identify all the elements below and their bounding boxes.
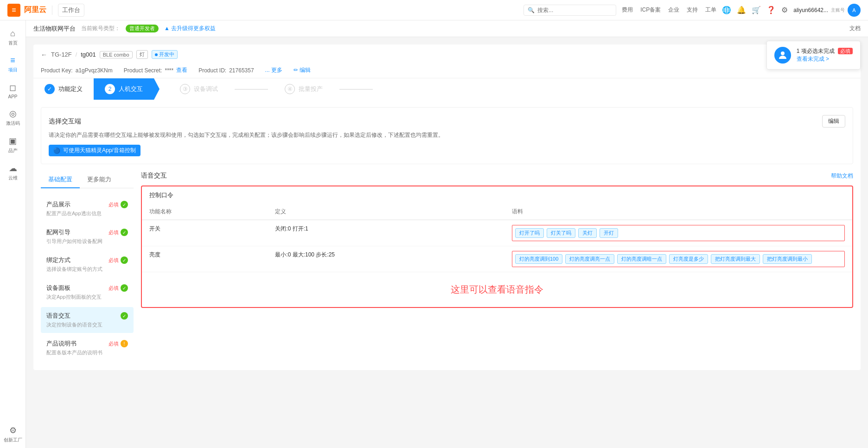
- doc-link-voice[interactable]: 帮助文档: [831, 172, 853, 180]
- bell-icon[interactable]: 🔔: [737, 6, 746, 14]
- home-icon: ⌂: [10, 29, 15, 38]
- nav-link-support[interactable]: 支持: [687, 6, 698, 14]
- nav-link-fee[interactable]: 费用: [622, 6, 633, 14]
- breadcrumb-sep: /: [76, 51, 77, 58]
- annotation-text: 这里可以查看语音指令: [142, 272, 852, 307]
- step-2-num: 2: [105, 84, 115, 94]
- cart-icon[interactable]: 🛒: [752, 6, 761, 14]
- nav-link-ticket[interactable]: 工单: [705, 6, 716, 14]
- sidebar-item-activation[interactable]: ◎ 激活码: [0, 104, 26, 131]
- globe-icon[interactable]: 🌐: [722, 6, 731, 14]
- ctrl-cmd-title: 控制口令: [142, 186, 852, 204]
- cell-brightness-name: 亮度: [142, 246, 268, 272]
- menu-badges-4: ✓: [121, 312, 128, 320]
- sidebar-item-factory[interactable]: ⚙ 创新工厂: [0, 421, 26, 448]
- dot-icon: [155, 53, 158, 56]
- menu-item-desc-3: 决定App控制面板的交互: [46, 294, 128, 301]
- check-badge-0: ✓: [121, 201, 128, 208]
- notification-panel: 1 项必选未完成 必填 查看未完成 >: [766, 41, 861, 70]
- cell-switch-corpus: 灯开了吗 灯关了吗 关灯 开灯: [504, 220, 852, 246]
- check-badge-4: ✓: [121, 312, 128, 320]
- corpus-tag-0-3: 开灯: [600, 228, 618, 238]
- step-1-num: ✓: [45, 84, 55, 94]
- step-3-num: ③: [180, 84, 190, 94]
- step-2[interactable]: 2 人机交互: [94, 78, 160, 100]
- edit-btn[interactable]: ✏ 编辑: [294, 66, 311, 74]
- left-sidebar: ⌂ 首页 ≡ 项目 ◻ APP ◎ 激活码 ▣ 品产 ☁ 云维 ⚙ 创新工厂: [0, 20, 26, 448]
- terminal-edit-btn[interactable]: 编辑: [822, 115, 845, 128]
- top-nav: ≡ 阿里云 工作台 🔍 费用 ICP备案 企业 支持 工单 🌐 🔔 🛒 ❓ ⚙ …: [0, 0, 868, 20]
- terminal-desc: 请决定你的产品需要在哪些交互端上能够被发现和使用，勾选如下交互端，完成相关配置；…: [49, 131, 845, 139]
- corpus-items-brightness: 灯的亮度调到100 灯的亮度调亮一点 灯的亮度调暗一点 灯亮度是多少 把灯亮度调…: [512, 251, 845, 267]
- menu-bind-method[interactable]: 绑定方式 必填 ✓ 选择设备绑定账号的方式: [41, 251, 134, 277]
- back-btn[interactable]: ←: [41, 51, 47, 58]
- avatar: A: [848, 4, 861, 17]
- menu-network-guide[interactable]: 配网引导 必填 ✓ 引导用户如何给设备配网: [41, 224, 134, 250]
- product-icon: ▣: [9, 136, 17, 146]
- sidebar-item-app[interactable]: ◻ APP: [0, 78, 26, 104]
- menu-icon[interactable]: ≡: [7, 4, 20, 17]
- menu-item-title-5: 产品说明书 必填 !: [46, 339, 128, 348]
- product-title-row: ← TG-12F / tg001 BLE combo 灯 开发中: [41, 50, 853, 59]
- meta-product-key: Product Key: a1gPvqz3KNm: [41, 67, 113, 74]
- search-input[interactable]: [537, 7, 612, 13]
- sidebar-item-cloud[interactable]: ☁ 云维: [0, 159, 26, 186]
- product-header: ← TG-12F / tg001 BLE combo 灯 开发中 Product…: [33, 45, 861, 78]
- menu-badges-5: 必填 !: [108, 340, 128, 347]
- select-terminal-section: 选择交互端 编辑 请决定你的产品需要在哪些交互端上能够被发现和使用，勾选如下交互…: [41, 107, 853, 164]
- sidebar-item-projects[interactable]: ≡ 项目: [0, 51, 26, 78]
- username: aliyun66642...: [793, 7, 828, 13]
- sidebar-item-home[interactable]: ⌂ 首页: [0, 24, 26, 51]
- question-icon[interactable]: ❓: [766, 6, 776, 14]
- breadcrumb-parent[interactable]: TG-12F: [51, 51, 72, 58]
- nav-divider: [52, 6, 52, 15]
- step-3[interactable]: ③ 设备调试: [169, 78, 229, 100]
- menu-product-manual[interactable]: 产品说明书 必填 ! 配置各版本产品的说明书: [41, 335, 134, 361]
- product-meta-row: Product Key: a1gPvqz3KNm Product Secret:…: [41, 63, 853, 78]
- notif-link[interactable]: 查看未完成 >: [797, 56, 829, 62]
- project-icon: ≡: [10, 56, 15, 65]
- user-role: 主账号: [831, 7, 845, 13]
- secondary-bar: 生活物联网平台 当前账号类型： 普通开发者 ▲ 去升级得更多权益 文档: [26, 20, 868, 37]
- sidebar-item-product[interactable]: ▣ 品产: [0, 131, 26, 159]
- corpus-tag-1-5: 把灯亮度调到最小: [763, 254, 812, 264]
- nav-links: 费用 ICP备案 企业 支持 工单: [622, 6, 716, 14]
- required-badge-3: 必填: [108, 285, 119, 292]
- settings-icon[interactable]: ⚙: [781, 6, 788, 14]
- content-body: 选择交互端 编辑 请决定你的产品需要在哪些交互端上能够被发现和使用，勾选如下交互…: [33, 100, 861, 370]
- step-sep-2: ——————: [334, 86, 378, 92]
- activation-icon: ◎: [9, 109, 17, 119]
- search-box: 🔍: [523, 5, 616, 16]
- nav-link-icp[interactable]: ICP备案: [640, 6, 661, 14]
- view-secret-link[interactable]: 查看: [176, 66, 187, 74]
- col-header-name: 功能名称: [142, 204, 268, 220]
- step-4[interactable]: ④ 批量投产: [274, 78, 334, 100]
- menu-item-title-4: 语音交互 ✓: [46, 312, 128, 320]
- more-btn[interactable]: ... 更多: [265, 66, 282, 74]
- voice-title: 语音交互: [141, 172, 167, 180]
- doc-link[interactable]: 文档: [849, 25, 861, 32]
- check-badge-1: ✓: [121, 229, 128, 236]
- required-badge-2: 必填: [108, 257, 119, 264]
- menu-product-display[interactable]: 产品展示 必填 ✓ 配置产品在App透出信息: [41, 196, 134, 222]
- step-1[interactable]: ✓ 功能定义: [33, 78, 94, 100]
- workspace-btn[interactable]: 工作台: [58, 4, 84, 17]
- two-col-layout: 基础配置 更多能力 产品展示 必填 ✓ 配置产品在App透出信息: [41, 172, 853, 363]
- corpus-tag-1-3: 灯亮度是多少: [669, 254, 708, 264]
- tab-more-features[interactable]: 更多能力: [80, 172, 119, 188]
- voice-header: 语音交互 帮助文档: [141, 172, 853, 180]
- steps-bar: ✓ 功能定义 2 人机交互 ③ 设备调试 —————— ④ 批量投产 —————…: [33, 78, 861, 100]
- left-tabs: 基础配置 更多能力: [41, 172, 134, 188]
- corpus-tag-1-4: 把灯亮度调到最大: [711, 254, 760, 264]
- tag-dev: 开发中: [152, 50, 178, 59]
- menu-item-title-3: 设备面板 必填 ✓: [46, 284, 128, 292]
- ctrl-cmd-section: 控制口令 功能名称 定义 语料 开关 关闭:0 打开:1: [142, 186, 852, 272]
- upgrade-btn[interactable]: ▲ 去升级得更多权益: [164, 25, 216, 32]
- menu-device-panel[interactable]: 设备面板 必填 ✓ 决定App控制面板的交互: [41, 279, 134, 305]
- user-area[interactable]: aliyun66642... 主账号 A: [793, 4, 861, 17]
- tab-basic-config[interactable]: 基础配置: [41, 172, 80, 188]
- menu-badges-3: 必填 ✓: [108, 284, 128, 292]
- nav-link-enterprise[interactable]: 企业: [668, 6, 679, 14]
- cell-switch-name: 开关: [142, 220, 268, 246]
- menu-voice-interaction[interactable]: 语音交互 ✓ 决定控制设备的语音交互: [41, 307, 134, 333]
